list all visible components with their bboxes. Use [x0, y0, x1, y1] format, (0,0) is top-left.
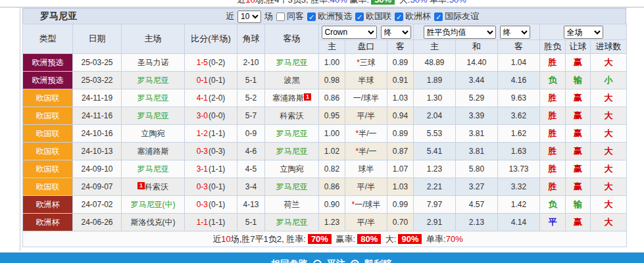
table-row: 欧国联 24-09-10 罗马尼亚 3-1(1-1) 4-5 立陶宛 0.82 … — [23, 160, 627, 178]
footer-kelly-label[interactable]: 凯利赔 — [364, 258, 392, 263]
result-wl: 胜 — [540, 160, 566, 178]
result-handicap: 赢 — [566, 178, 591, 196]
corners: 5-1 — [237, 72, 265, 89]
home-team: 圣马力诺 — [122, 54, 185, 72]
match-date: 24-10-13 — [73, 143, 122, 160]
scope-select[interactable]: 全场 — [564, 26, 603, 39]
summary-big-rate: 50% — [410, 0, 427, 5]
ah-home-odds: 1.00 — [319, 54, 345, 72]
eu-draw-odds: 5.80 — [456, 160, 498, 178]
table-row: 欧洲杯 24-06-26 斯洛伐克(中) 1-1(1-1) 5-1 罗马尼亚 1… — [23, 214, 627, 231]
checkbox-checked-icon[interactable]: ✓ — [355, 12, 364, 21]
result-handicap: 输 — [566, 196, 591, 214]
result-wl: 胜 — [540, 54, 566, 72]
col-header-corner: 角球 — [237, 24, 265, 54]
match-type-badge: 欧国联 — [23, 107, 73, 125]
ah-home-odds: 0.90 — [319, 196, 345, 214]
handicap-line: 平/半 — [345, 107, 387, 125]
home-team: 1科索沃 — [122, 178, 185, 196]
away-team: 罗马尼亚 — [265, 214, 319, 231]
handicap-line: *三球 — [345, 54, 387, 72]
match-type-badge: 欧洲预选 — [23, 54, 73, 72]
summary-record: 场,胜7平1负2, 胜率: — [231, 234, 306, 244]
away-team: 立陶宛 — [265, 160, 319, 178]
eu-home-odds: 7.97 — [414, 196, 456, 214]
handicap-line: *半/一 — [345, 143, 387, 160]
ah-away-odds: 1.03 — [387, 89, 414, 107]
away-team: 罗马尼亚 — [265, 125, 319, 143]
filter-nations-league[interactable]: ✓ 欧国联 — [355, 11, 391, 22]
score: 1-1(1-1) — [185, 214, 237, 231]
score: 0-3(0-3) — [185, 143, 237, 160]
red-card-badge: 1 — [304, 93, 311, 101]
match-type-badge: 欧国联 — [23, 89, 73, 107]
filter-label: 欧国联 — [366, 11, 391, 22]
eu-home-odds: 2.91 — [414, 214, 456, 231]
odds-company-select[interactable]: Crown — [322, 26, 377, 39]
ah-home-odds: 0.82 — [319, 160, 345, 178]
filter-euro-cup[interactable]: ✓ 欧洲杯 — [395, 11, 431, 22]
table-row: 欧国联 24-10-13 塞浦路斯 0-3(0-3) 4-6 罗马尼亚 1.02… — [23, 143, 627, 160]
radio-unchecked-icon[interactable] — [313, 260, 322, 263]
match-date: 24-09-07 — [73, 178, 122, 196]
checkbox-checked-icon[interactable]: ✓ — [434, 12, 443, 21]
ah-away-odds: 0.89 — [387, 125, 414, 143]
summary-single-label: 单率: — [426, 234, 446, 244]
euro-avg-select[interactable]: 胜平负均值 — [424, 26, 496, 39]
summary-count: 10 — [221, 234, 230, 244]
handicap-line: 球半 — [345, 160, 387, 178]
away-team: 罗马尼亚 — [265, 178, 319, 196]
checkbox-checked-icon[interactable]: ✓ — [307, 12, 316, 21]
filter-friendly[interactable]: ✓ 国际友谊 — [434, 11, 479, 22]
corners: 4-6 — [237, 143, 265, 160]
same-away-filter[interactable]: 同客 — [276, 11, 304, 22]
result-handicap: 赢 — [566, 89, 591, 107]
summary-yield-badge: 80% — [357, 234, 381, 244]
match-date: 25-03-25 — [73, 54, 122, 72]
col-header-eu-away: 客 — [498, 40, 540, 54]
ah-away-odds: 0.91 — [387, 72, 414, 89]
summary-yield-label: 赢率: — [350, 0, 370, 5]
match-type-badge: 欧国联 — [23, 143, 73, 160]
ah-away-odds: 0.70 — [387, 214, 414, 231]
ah-home-odds: 1.00 — [319, 125, 345, 143]
match-type-badge: 欧洲杯 — [23, 214, 73, 231]
result-handicap: 赢 — [566, 214, 591, 231]
footer-flat-stake-label[interactable]: 平注 — [327, 258, 345, 263]
eu-away-odds: 3.62 — [498, 107, 540, 125]
away-team: 科索沃 — [265, 107, 319, 125]
checkbox-checked-icon[interactable]: ✓ — [395, 12, 403, 21]
corners: 5-2 — [237, 89, 265, 107]
previous-summary-text: 近10场,胜4平3负3, 胜率:40% 赢率:50% 大:50% 单率:50% — [0, 0, 644, 7]
match-type-badge: 欧国联 — [23, 160, 73, 178]
eu-away-odds: 9.63 — [498, 89, 540, 107]
ah-away-odds: 1.03 — [387, 178, 414, 196]
match-date: 24-09-10 — [73, 160, 122, 178]
filter-label: 国际友谊 — [445, 11, 479, 22]
away-team: 罗马尼亚 — [265, 54, 319, 72]
result-goals: 小 — [591, 72, 627, 89]
asian-final-select[interactable]: 终 — [381, 26, 411, 39]
ah-away-odds: 1.07 — [387, 160, 414, 178]
result-handicap: 输 — [566, 72, 591, 89]
summary-big-label: 大: — [399, 0, 410, 5]
away-team: 荷兰 — [265, 196, 319, 214]
home-team: 塞浦路斯 — [122, 143, 185, 160]
euro-final-select[interactable]: 终 — [500, 26, 530, 39]
score: 3-1(1-1) — [185, 160, 237, 178]
match-type-badge: 欧国联 — [23, 178, 73, 196]
corners: 2-10 — [237, 54, 265, 72]
games-count-select[interactable]: 10 — [237, 11, 261, 23]
col-header-result-goals: 进球数 — [591, 40, 627, 54]
radio-checked-icon[interactable] — [351, 260, 359, 263]
summary-single-rate: 50% — [449, 0, 466, 5]
team-title: 罗马尼亚 — [40, 11, 77, 22]
filter-euro-qualifier[interactable]: ✓ 欧洲预选 — [307, 11, 352, 22]
eu-home-odds: 48.89 — [414, 54, 456, 72]
score: 0-3(0-1) — [185, 196, 237, 214]
home-team: 罗马尼亚(中) — [122, 196, 185, 214]
score: 0-3(0-1) — [185, 178, 237, 196]
result-handicap: 赢 — [566, 143, 591, 160]
summary-text: 近10场,胜7平1负2, 胜率:70% 赢率:80% 大:90% 单率:70% — [23, 231, 627, 247]
checkbox-unchecked-icon[interactable] — [276, 12, 285, 21]
